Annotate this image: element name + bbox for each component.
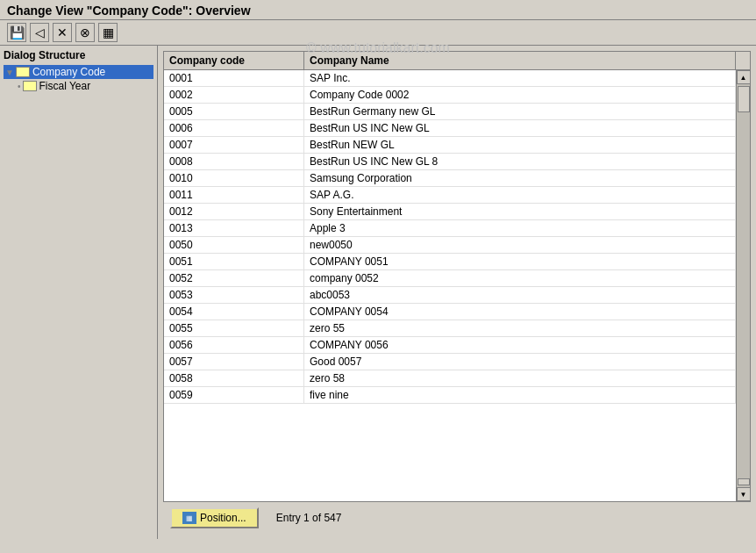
scroll-thumb-bottom[interactable] — [738, 478, 750, 485]
table-row[interactable]: 0058zero 58 — [164, 370, 736, 387]
table-row[interactable]: 0002Company Code 0002 — [164, 87, 736, 104]
page-title: Change View "Company Code": Overview — [7, 4, 749, 18]
table-row[interactable]: 0007BestRun NEW GL — [164, 137, 736, 154]
cell-code: 0001 — [164, 70, 304, 86]
table-rows[interactable]: 0001SAP Inc.0002Company Code 00020005Bes… — [164, 70, 736, 501]
folder-icon — [16, 67, 30, 77]
cell-name: COMPANY 0054 — [304, 304, 736, 320]
cell-code: 0011 — [164, 187, 304, 203]
table-row[interactable]: 0059five nine — [164, 387, 736, 404]
cell-name: BestRun US INC New GL — [304, 120, 736, 136]
scroll-up-button[interactable]: ▲ — [737, 70, 751, 84]
cell-code: 0012 — [164, 204, 304, 219]
table-row[interactable]: 0010Samsung Corporation — [164, 170, 736, 187]
table-header: Company code Company Name — [164, 52, 750, 70]
cell-name: COMPANY 0056 — [304, 337, 736, 353]
table-row[interactable]: 0011SAP A.G. — [164, 187, 736, 204]
save-icon[interactable]: 💾 — [7, 23, 26, 42]
cell-code: 0007 — [164, 137, 304, 153]
table-body: 0001SAP Inc.0002Company Code 00020005Bes… — [164, 70, 750, 501]
scrollbar[interactable]: ▲ ▼ — [736, 70, 750, 501]
cell-code: 0052 — [164, 270, 304, 286]
cell-code: 0055 — [164, 320, 304, 336]
tree-label-fiscal-year: Fiscal Year — [39, 80, 91, 92]
cell-name: company 0052 — [304, 270, 736, 286]
toolbar: 💾 ◁ ✕ ⊗ ▦ — [0, 20, 756, 46]
cell-code: 0050 — [164, 237, 304, 253]
other-icon[interactable]: ▦ — [98, 23, 118, 42]
tree-label-company-code: Company Code — [32, 66, 105, 78]
cell-code: 0006 — [164, 120, 304, 136]
cell-name: Company Code 0002 — [304, 87, 736, 103]
table-row[interactable]: 0055zero 55 — [164, 320, 736, 337]
cell-code: 0002 — [164, 87, 304, 103]
cell-name: Sony Entertainment — [304, 204, 736, 219]
bullet-icon: • — [18, 82, 21, 91]
table-area: Company code Company Name 0001SAP Inc.00… — [158, 46, 756, 539]
table-row[interactable]: 0006BestRun US INC New GL — [164, 120, 736, 137]
table-row[interactable]: 0051COMPANY 0051 — [164, 254, 736, 270]
table-row[interactable]: 0013Apple 3 — [164, 220, 736, 237]
scroll-thumb-top[interactable] — [738, 86, 750, 112]
cell-code: 0013 — [164, 220, 304, 236]
table-row[interactable]: 0008BestRun US INC New GL 8 — [164, 154, 736, 170]
cell-name: abc0053 — [304, 287, 736, 303]
cell-code: 0008 — [164, 154, 304, 169]
cell-name: COMPANY 0051 — [304, 254, 736, 269]
table-row[interactable]: 0057Good 0057 — [164, 354, 736, 370]
data-table: Company code Company Name 0001SAP Inc.00… — [163, 51, 751, 502]
position-icon: ▦ — [182, 512, 196, 524]
cancel-icon[interactable]: ⊗ — [75, 23, 95, 42]
table-row[interactable]: 0012Sony Entertainment — [164, 204, 736, 220]
cell-code: 0057 — [164, 354, 304, 370]
cell-code: 0053 — [164, 287, 304, 303]
cell-name: zero 58 — [304, 370, 736, 386]
position-button[interactable]: ▦ Position... — [170, 507, 259, 528]
cell-code: 0051 — [164, 254, 304, 269]
title-bar: Change View "Company Code": Overview — [0, 0, 756, 20]
col-header-code: Company code — [164, 52, 304, 69]
main-content: Dialog Structure ▼ Company Code • Fiscal… — [0, 46, 756, 539]
table-row[interactable]: 0053abc0053 — [164, 287, 736, 304]
bottom-bar: ▦ Position... Entry 1 of 547 — [163, 502, 751, 534]
tree-item-company-code[interactable]: ▼ Company Code — [4, 65, 153, 79]
cell-name: five nine — [304, 387, 736, 403]
cell-code: 0054 — [164, 304, 304, 320]
cell-name: Good 0057 — [304, 354, 736, 370]
tree-item-fiscal-year[interactable]: • Fiscal Year — [4, 79, 153, 93]
cell-name: BestRun Germany new GL — [304, 104, 736, 119]
table-row[interactable]: 0054COMPANY 0054 — [164, 304, 736, 320]
table-row[interactable]: 0050new0050 — [164, 237, 736, 254]
position-btn-label: Position... — [200, 512, 246, 524]
scroll-down-button[interactable]: ▼ — [737, 487, 751, 501]
cell-name: SAP Inc. — [304, 70, 736, 86]
cell-code: 0005 — [164, 104, 304, 119]
cell-name: BestRun US INC New GL 8 — [304, 154, 736, 169]
dialog-structure-title: Dialog Structure — [4, 49, 153, 61]
cell-name: Apple 3 — [304, 220, 736, 236]
scroll-header-placeholder — [736, 52, 750, 69]
dialog-structure-panel: Dialog Structure ▼ Company Code • Fiscal… — [0, 46, 158, 539]
cell-code: 0056 — [164, 337, 304, 353]
cell-name: new0050 — [304, 237, 736, 253]
table-row[interactable]: 0005BestRun Germany new GL — [164, 104, 736, 120]
expand-icon: ▼ — [5, 68, 14, 77]
cell-name: zero 55 — [304, 320, 736, 336]
cell-name: BestRun NEW GL — [304, 137, 736, 153]
cell-code: 0010 — [164, 170, 304, 186]
folder-icon-fiscal — [23, 81, 37, 91]
cell-name: SAP A.G. — [304, 187, 736, 203]
table-row[interactable]: 0052company 0052 — [164, 270, 736, 287]
entry-info: Entry 1 of 547 — [276, 512, 342, 524]
col-header-name: Company Name — [304, 52, 736, 69]
table-row[interactable]: 0001SAP Inc. — [164, 70, 736, 87]
cell-code: 0059 — [164, 387, 304, 403]
cell-code: 0058 — [164, 370, 304, 386]
exit-icon[interactable]: ✕ — [53, 23, 72, 42]
scroll-track[interactable] — [737, 84, 751, 487]
table-row[interactable]: 0056COMPANY 0056 — [164, 337, 736, 354]
cell-name: Samsung Corporation — [304, 170, 736, 186]
back-icon[interactable]: ◁ — [30, 23, 49, 42]
